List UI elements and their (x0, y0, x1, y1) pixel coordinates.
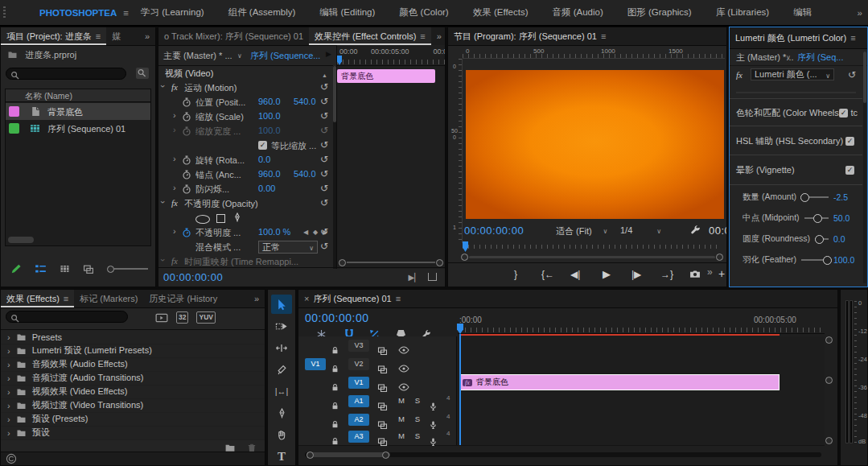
yuv-badge[interactable]: YUV (196, 311, 215, 324)
track-label[interactable]: V1 (348, 377, 369, 389)
disclosure-icon[interactable] (173, 125, 176, 134)
slider-midpoint[interactable]: 中点 (Midpoint) 50.0 (730, 209, 862, 227)
horizontal-scrollbar[interactable] (8, 237, 34, 243)
reset-icon[interactable] (320, 197, 328, 208)
step-back-button[interactable]: ◀| (570, 269, 580, 280)
export-icon[interactable] (428, 273, 437, 281)
sync-status-cc-icon[interactable] (6, 453, 17, 464)
label-swatch[interactable] (9, 123, 19, 134)
effects-bin-row[interactable]: Lumetri 预设 (Lumetri Presets) (1, 344, 265, 358)
vertical-scrollbar[interactable] (863, 52, 866, 283)
program-current-timecode[interactable]: 00:00:00:00 (464, 225, 524, 237)
solo-button[interactable]: S (413, 414, 422, 423)
program-playhead[interactable] (463, 241, 468, 252)
project-item-row[interactable]: 序列 (Sequence) 01 (6, 120, 150, 137)
fit-dropdown[interactable]: 适合 (Fit) (556, 225, 607, 237)
slider-value[interactable]: 0.0 (833, 234, 862, 244)
slider-track[interactable] (801, 259, 829, 261)
prev-keyframe-icon[interactable]: ◀ (303, 229, 308, 236)
reset-icon[interactable] (320, 139, 328, 151)
tab-media-browser[interactable]: 媒 (106, 27, 126, 45)
settings-wrench-icon[interactable] (689, 225, 701, 236)
rect-mask-icon[interactable] (216, 214, 225, 223)
param-value[interactable]: 960.0 (258, 97, 292, 106)
effects-bin-row[interactable]: 视频效果 (Video Effects) (1, 385, 265, 399)
slider-roundness[interactable]: 圆度 (Roundness) 0.0 (730, 230, 862, 248)
section-hsl-secondary[interactable]: HSL 辅助 (HSL Secondary) (730, 126, 862, 155)
stopwatch-icon[interactable] (182, 155, 191, 165)
effects-bin-row[interactable]: Presets (1, 330, 265, 344)
slider-handle[interactable] (813, 214, 822, 223)
slider-track[interactable] (815, 238, 829, 240)
panel-overflow-icon[interactable]: » (249, 290, 265, 307)
stopwatch-icon[interactable] (182, 184, 191, 194)
disclosure-icon[interactable] (7, 373, 10, 383)
workspace-tab-learning[interactable]: 学习 (Learning) (129, 6, 216, 19)
add-button-icon[interactable] (718, 267, 725, 280)
accelerated-effects-badge-icon[interactable] (155, 313, 168, 323)
sequence-clip-label[interactable]: 序列 (Seq... (797, 52, 857, 64)
stopwatch-icon[interactable] (182, 170, 191, 179)
mute-button[interactable]: M (397, 396, 406, 405)
disclosure-icon[interactable] (173, 154, 176, 163)
step-forward-button[interactable]: |▶ (631, 269, 641, 280)
tab-program[interactable]: 节目 (Program): 序列 (Sequence) 01 (448, 27, 611, 45)
section-enable-checkbox[interactable] (845, 166, 854, 175)
reset-icon[interactable] (320, 125, 328, 136)
uniform-scale-checkbox[interactable] (258, 141, 267, 150)
video-section-header[interactable]: 视频 (Video) (165, 68, 261, 80)
panel-overflow-icon[interactable]: » (431, 27, 446, 45)
freeform-view-icon[interactable] (83, 264, 94, 274)
tool-selection[interactable] (271, 295, 292, 314)
timeline-clip-selected[interactable]: fx 背景底色 (459, 374, 780, 390)
track-label[interactable]: A3 (348, 431, 369, 443)
chevron-down-icon[interactable] (786, 52, 791, 61)
timeline-horizontal-scrollbar[interactable] (305, 451, 821, 459)
track-content[interactable] (457, 355, 825, 373)
tool-pen[interactable] (271, 403, 292, 423)
effects-bin-row[interactable]: 音频过渡 (Audio Transitions) (1, 371, 265, 386)
tool-razor[interactable] (271, 360, 292, 379)
tab-effects[interactable]: 效果 (Effects) (1, 290, 74, 307)
disclosure-icon[interactable] (173, 183, 176, 192)
stopwatch-icon[interactable] (182, 112, 191, 122)
param-value[interactable]: 0.00 (258, 184, 292, 193)
reset-icon[interactable] (320, 226, 328, 237)
param-value[interactable]: 0.0 (258, 155, 292, 164)
chevron-down-icon[interactable] (237, 50, 242, 60)
project-item-row[interactable]: 背景底色 (6, 103, 150, 120)
ec-mini-ruler[interactable]: 00:00 00:00:05:00 00:00 (337, 45, 445, 66)
program-seek-ruler[interactable] (463, 241, 722, 252)
program-scrollbar[interactable] (461, 254, 723, 262)
slider-handle[interactable] (815, 235, 824, 244)
timeline-ruler[interactable]: :00:00 00:00:05:00 00:00:10:00 (458, 314, 825, 334)
tool-track-select-forward[interactable] (271, 316, 292, 336)
mute-button[interactable]: M (397, 431, 406, 440)
disclosure-icon[interactable] (7, 428, 10, 438)
track-label[interactable]: A2 (348, 414, 369, 426)
slider-handle[interactable] (800, 193, 809, 202)
play-only-icon[interactable]: ▶▏ (409, 273, 421, 282)
workspace-tab-libraries[interactable]: 库 (Libraries) (704, 6, 781, 19)
slider-value[interactable]: 50.0 (833, 213, 862, 223)
slider-value[interactable]: 100.0 (833, 255, 862, 265)
ellipse-mask-icon[interactable] (195, 215, 210, 224)
workspace-tab-editing[interactable]: 编辑 (Editing) (307, 6, 387, 19)
label-swatch[interactable] (9, 106, 19, 117)
writable-pencil-icon[interactable] (10, 263, 22, 274)
tab-history[interactable]: 历史记录 (History (143, 290, 223, 307)
section-enable-checkbox[interactable] (839, 109, 848, 118)
tool-ripple-edit[interactable] (271, 338, 292, 357)
track-content[interactable] (457, 410, 825, 429)
effects-bin-row[interactable]: 音频效果 (Audio Effects) (1, 357, 265, 372)
section-enable-checkbox[interactable] (845, 137, 854, 146)
effects-bin-row[interactable]: 视频过渡 (Video Transitions) (1, 398, 265, 413)
effect-name[interactable]: 不透明度 (Opacity) (184, 198, 289, 210)
disclosure-icon[interactable] (173, 226, 176, 236)
workspace-tab-color[interactable]: 颜色 (Color) (387, 6, 460, 19)
stopwatch-icon[interactable] (182, 97, 191, 107)
tab-effect-controls[interactable]: 效果控件 (Effect Controls) (309, 27, 431, 45)
add-keyframe-icon[interactable]: ◆ (313, 229, 318, 236)
ec-mini-clip[interactable]: 背景底色 (337, 69, 435, 83)
button-editor-overflow[interactable]: » (707, 266, 713, 278)
